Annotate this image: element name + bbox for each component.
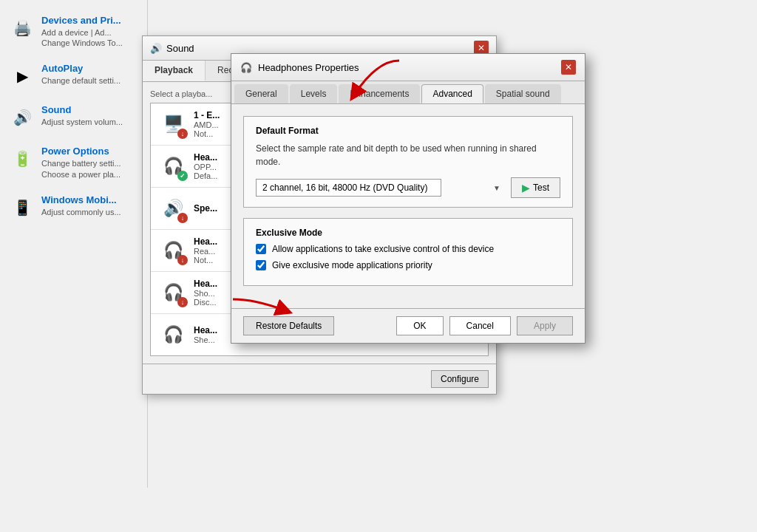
device-name-4: Hea... (194, 236, 217, 247)
cp-sidebar: 🖨️ Devices and Pri... Add a device | Ad.… (0, 0, 148, 488)
tab-spatial-sound[interactable]: Spatial sound (485, 84, 561, 103)
sidebar-mobile-subtitle: Adjust commonly us... (41, 207, 138, 217)
test-label: Test (533, 183, 549, 193)
hp-dialog: 🎧 Headphones Properties ✕ General Levels… (231, 53, 585, 344)
mobile-icon: 📱 (9, 194, 35, 221)
default-format-section: Default Format Select the sample rate an… (243, 116, 573, 208)
device-badge-4: ↓ (177, 255, 188, 265)
device-icon-1: 🖥️ ↓ (158, 109, 188, 139)
default-format-title: Default Format (256, 126, 560, 136)
exclusive-mode-section: Exclusive Mode Allow applications to tak… (243, 218, 573, 286)
sidebar-power-title: Power Options (41, 146, 138, 158)
device-icon-5: 🎧 ↓ (158, 278, 188, 307)
priority-label: Give exclusive mode applications priorit… (272, 260, 432, 270)
device-name-2: Hea... (194, 152, 217, 163)
hp-dialog-icon: 🎧 (240, 62, 252, 73)
device-name-6: Hea... (194, 325, 217, 335)
test-button[interactable]: ▶ Test (511, 177, 560, 198)
tab-advanced[interactable]: Advanced (421, 84, 483, 103)
device-name-1: 1 - E... (194, 110, 220, 120)
tab-general[interactable]: General (234, 84, 288, 103)
device-icon-4: 🎧 ↓ (158, 236, 188, 265)
hp-dialog-close-button[interactable]: ✕ (561, 60, 576, 75)
device-status-1: AMD...Not... (194, 120, 220, 138)
checkbox-row-1: Allow applications to take exclusive con… (256, 244, 560, 254)
device-icon-6: 🎧 (158, 320, 188, 349)
sidebar-item-sound[interactable]: 🔊 Sound Adjust system volum... (0, 97, 147, 138)
checkbox-row-2: Give exclusive mode applications priorit… (256, 260, 560, 270)
devices-icon: 🖨️ (9, 15, 35, 41)
sidebar-item-devices[interactable]: 🖨️ Devices and Pri... Add a device | Ad.… (0, 7, 147, 55)
play-icon: ▶ (522, 182, 530, 194)
sidebar-sound-title: Sound (41, 104, 138, 117)
device-status-2: OPP...Defa... (194, 163, 217, 180)
device-badge-1: ↓ (177, 129, 188, 139)
default-format-desc: Select the sample rate and bit depth to … (256, 142, 560, 168)
autoplay-icon: ▶ (9, 63, 35, 89)
sidebar-mobile-title: Windows Mobi... (41, 194, 138, 207)
device-badge-3: ↓ (177, 213, 188, 223)
exclusive-mode-title: Exclusive Mode (256, 228, 560, 238)
hp-content: Default Format Select the sample rate an… (231, 104, 585, 308)
hp-title: 🎧 Headphones Properties (240, 62, 359, 73)
format-select-wrapper: 2 channel, 16 bit, 48000 Hz (DVD Quality… (256, 179, 505, 197)
exclusive-control-checkbox[interactable] (256, 244, 266, 254)
sidebar-autoplay-subtitle: Change default setti... (41, 75, 138, 86)
power-icon: 🔋 (9, 146, 35, 172)
hp-tabs: General Levels Enhancements Advanced Spa… (231, 81, 585, 104)
format-row: 2 channel, 16 bit, 48000 Hz (DVD Quality… (256, 177, 560, 198)
device-status-6: She... (194, 335, 217, 344)
sidebar-item-autoplay[interactable]: ▶ AutoPlay Change default setti... (0, 55, 147, 97)
sidebar-devices-title: Devices and Pri... (41, 15, 138, 27)
sidebar-item-mobile[interactable]: 📱 Windows Mobi... Adjust commonly us... (0, 187, 147, 228)
hp-title-text: Headphones Properties (258, 62, 359, 73)
sidebar-sound-subtitle: Adjust system volum... (41, 117, 138, 127)
apply-button[interactable]: Apply (517, 316, 573, 335)
sidebar-devices-subtitle: Add a device | Ad...Change Windows To... (41, 27, 138, 49)
restore-defaults-button[interactable]: Restore Defaults (243, 316, 334, 335)
device-name-3: Spe... (194, 203, 217, 214)
sidebar-power-subtitle: Change battery setti...Choose a power pl… (41, 158, 138, 180)
sound-dialog-footer: Configure (143, 364, 496, 394)
device-status-4: Rea...Not... (194, 247, 217, 265)
hp-footer: Restore Defaults OK Cancel Apply (231, 308, 585, 343)
cancel-button[interactable]: Cancel (449, 316, 511, 335)
hp-titlebar: 🎧 Headphones Properties ✕ (231, 54, 585, 81)
device-status-5: Sho...Disc... (194, 289, 217, 307)
format-select[interactable]: 2 channel, 16 bit, 48000 Hz (DVD Quality… (256, 179, 441, 197)
tab-playback[interactable]: Playback (143, 61, 206, 81)
device-name-5: Hea... (194, 279, 217, 289)
tab-enhancements[interactable]: Enhancements (339, 84, 420, 103)
sound-dialog-icon: 🔊 (150, 43, 162, 54)
device-icon-2: 🎧 ✓ (158, 151, 188, 181)
sound-dialog-title-text: Sound (166, 43, 194, 54)
device-badge-5: ↓ (177, 297, 188, 307)
device-badge-2: ✓ (177, 171, 188, 181)
exclusive-control-label: Allow applications to take exclusive con… (272, 244, 494, 254)
select-arrow-icon: ▼ (493, 184, 500, 192)
sound-dialog-title: 🔊 Sound (150, 43, 194, 54)
ok-button[interactable]: OK (396, 316, 443, 335)
priority-checkbox[interactable] (256, 260, 266, 270)
device-icon-3: 🔊 ↓ (158, 194, 188, 223)
configure-button[interactable]: Configure (431, 370, 489, 388)
sidebar-item-power[interactable]: 🔋 Power Options Change battery setti...C… (0, 138, 147, 186)
sidebar-autoplay-title: AutoPlay (41, 63, 138, 75)
tab-levels[interactable]: Levels (290, 84, 338, 103)
sound-sidebar-icon: 🔊 (9, 104, 35, 131)
